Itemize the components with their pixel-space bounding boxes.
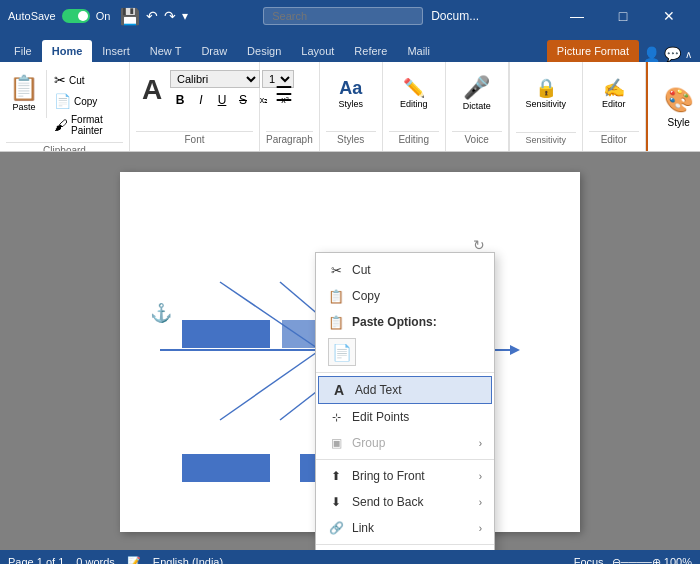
tab-picture-format[interactable]: Picture Format: [547, 40, 639, 62]
ctx-copy-label: Copy: [352, 289, 380, 303]
paragraph-section: ☰ Paragraph: [260, 62, 320, 151]
picture-format-section: 🎨 Style 🪣 Fill ⬜ Outline ♻️ Reuse: [646, 62, 700, 151]
title-center: Docum...: [263, 7, 479, 25]
save-icon[interactable]: 💾: [120, 7, 140, 26]
quick-access-icon[interactable]: ▾: [182, 9, 188, 23]
ctx-group: ▣ Group ›: [316, 430, 494, 456]
style-button[interactable]: 🎨 Style: [656, 66, 700, 147]
style-icon: 🎨: [664, 86, 694, 114]
strikethrough-button[interactable]: S: [233, 90, 253, 110]
bold-button[interactable]: B: [170, 90, 190, 110]
ctx-link-arrow: ›: [479, 523, 482, 534]
word-count: 0 words: [76, 556, 115, 564]
tab-mailings[interactable]: Maili: [397, 40, 440, 62]
font-icon: A: [142, 74, 162, 106]
ctx-bring-front-label: Bring to Front: [352, 469, 425, 483]
underline-button[interactable]: U: [212, 90, 232, 110]
paragraph-label: Paragraph: [266, 131, 313, 147]
minimize-button[interactable]: —: [554, 0, 600, 32]
editor-section: ✍️ Editor Editor: [583, 62, 646, 151]
tab-design[interactable]: Design: [237, 40, 291, 62]
ctx-cut-label: Cut: [352, 263, 371, 277]
font-label: Font: [136, 131, 253, 147]
paragraph-button[interactable]: ☰: [266, 70, 302, 118]
ctx-bring-front-arrow: ›: [479, 471, 482, 482]
shape-rect-1[interactable]: [182, 320, 270, 348]
cut-button[interactable]: ✂ Cut: [51, 70, 123, 90]
ctx-edit-points[interactable]: ⊹ Edit Points: [316, 404, 494, 430]
close-button[interactable]: ✕: [646, 0, 692, 32]
paste-icon: 📋: [9, 76, 39, 100]
paste-button[interactable]: 📋 Paste: [6, 70, 42, 118]
right-ribbon-area: 🔒 Sensitivity Sensitivity ✍️ Editor Edit…: [509, 62, 700, 151]
shape-rect-bottom-1[interactable]: [182, 454, 270, 482]
ctx-edit-points-label: Edit Points: [352, 410, 409, 424]
tab-layout[interactable]: Layout: [291, 40, 344, 62]
autosave-label: AutoSave: [8, 10, 56, 22]
ctx-save-as-picture[interactable]: Save as Picture...: [316, 548, 494, 550]
ribbon: 📋 Paste ✂ Cut 📄 Copy 🖌 Format: [0, 62, 700, 152]
styles-label: Styles: [326, 131, 376, 147]
sensitivity-icon: 🔒: [535, 79, 557, 97]
ribbon-collapse-icon[interactable]: ∧: [685, 49, 692, 60]
anchor-icon: ⚓: [150, 302, 172, 324]
ctx-bring-to-front[interactable]: ⬆ Bring to Front ›: [316, 463, 494, 489]
italic-button[interactable]: I: [191, 90, 211, 110]
redo-icon[interactable]: ↷: [164, 8, 176, 24]
maximize-button[interactable]: □: [600, 0, 646, 32]
tab-insert[interactable]: Insert: [92, 40, 140, 62]
tab-home[interactable]: Home: [42, 40, 93, 62]
clipboard-label: Clipboard: [6, 142, 123, 152]
ctx-link-label: Link: [352, 521, 374, 535]
ctx-link[interactable]: 🔗 Link ›: [316, 515, 494, 541]
autosave-state: On: [96, 10, 111, 22]
focus-label[interactable]: Focus: [574, 556, 604, 564]
copy-icon: 📄: [54, 93, 71, 109]
ctx-send-back-arrow: ›: [479, 497, 482, 508]
account-icon[interactable]: 👤: [643, 46, 660, 62]
tab-references[interactable]: Refere: [344, 40, 397, 62]
tab-file[interactable]: File: [4, 40, 42, 62]
title-bar: AutoSave On 💾 ↶ ↷ ▾ Docum... — □ ✕: [0, 0, 700, 32]
autosave-toggle[interactable]: [62, 9, 90, 23]
search-input[interactable]: [263, 7, 423, 25]
ctx-add-text-icon: A: [331, 382, 347, 398]
font-large-button[interactable]: A: [136, 70, 168, 110]
styles-button[interactable]: Aa Styles: [326, 70, 376, 118]
ctx-send-to-back[interactable]: ⬇ Send to Back ›: [316, 489, 494, 515]
sensitivity-button[interactable]: 🔒 Sensitivity: [516, 70, 576, 118]
document-area: ⚓ ↻ ✂ Cut: [0, 152, 700, 550]
comments-icon[interactable]: 💬: [664, 46, 681, 62]
format-painter-button[interactable]: 🖌 Format Painter: [51, 112, 123, 138]
undo-icon[interactable]: ↶: [146, 8, 158, 24]
tab-draw[interactable]: Draw: [191, 40, 237, 62]
rotate-handle[interactable]: ↻: [473, 237, 485, 253]
editor-button[interactable]: ✍️ Editor: [589, 70, 639, 118]
format-painter-icon: 🖌: [54, 117, 68, 133]
ctx-copy[interactable]: 📋 Copy: [316, 283, 494, 309]
font-name-select[interactable]: Calibri: [170, 70, 260, 88]
tab-new-tab[interactable]: New T: [140, 40, 192, 62]
ctx-sep-1: [316, 372, 494, 373]
status-bar-right: Focus ⊖────⊕ 100%: [574, 556, 692, 565]
ctx-add-text[interactable]: A Add Text: [318, 376, 492, 404]
sensitivity-label: Sensitivity: [516, 132, 576, 147]
ctx-paste-options[interactable]: 📋 Paste Options:: [316, 309, 494, 335]
zoom-slider[interactable]: ⊖────⊕ 100%: [612, 556, 692, 565]
ctx-paste-icon: 📋: [328, 314, 344, 330]
copy-button[interactable]: 📄 Copy: [51, 91, 123, 111]
clipboard-section: 📋 Paste ✂ Cut 📄 Copy 🖌 Format: [0, 62, 130, 151]
dictate-button[interactable]: 🎤 Dictate: [452, 70, 502, 118]
ctx-paste-clipboard-icon[interactable]: 📄: [328, 338, 356, 366]
context-menu: ✂ Cut 📋 Copy 📋 Paste Options: 📄 A: [315, 252, 495, 550]
ctx-sep-2: [316, 459, 494, 460]
window-controls: — □ ✕: [554, 0, 692, 32]
document-page: ⚓ ↻ ✂ Cut: [120, 172, 580, 532]
cut-icon: ✂: [54, 72, 66, 88]
ctx-group-icon: ▣: [328, 435, 344, 451]
paste-option-icon: 📄: [332, 343, 352, 362]
editing-button[interactable]: ✏️ Editing: [389, 70, 439, 118]
editing-label: Editing: [389, 131, 439, 147]
ctx-bring-front-icon: ⬆: [328, 468, 344, 484]
ctx-cut[interactable]: ✂ Cut: [316, 257, 494, 283]
